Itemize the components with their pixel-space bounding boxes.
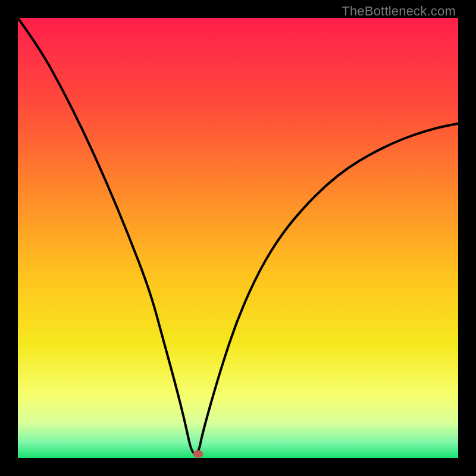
- chart-frame: TheBottleneck.com: [0, 0, 476, 476]
- plot-area: [18, 18, 458, 458]
- optimum-marker: [193, 450, 203, 458]
- bottleneck-curve: [18, 18, 458, 454]
- curve-layer: [18, 18, 458, 458]
- watermark-text: TheBottleneck.com: [342, 4, 456, 19]
